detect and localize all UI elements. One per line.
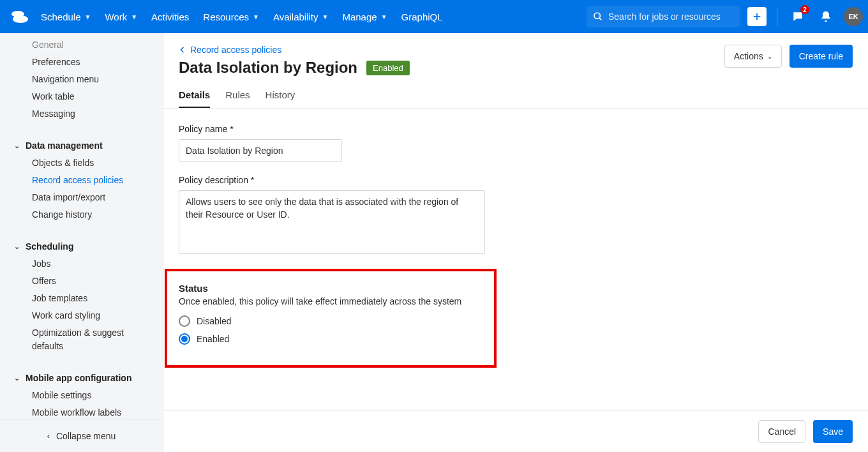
breadcrumb[interactable]: Record access policies [179,45,410,55]
tabs: Details Rules History [163,77,868,109]
chevron-down-icon: ▼ [381,13,387,20]
sidebar-item-data-import-export[interactable]: Data import/export [0,189,163,206]
tab-history[interactable]: History [266,89,296,108]
nav-item-manage[interactable]: Manage ▼ [342,11,387,22]
topnav-right: 2 EK [587,6,863,27]
nav-item-schedule[interactable]: Schedule ▼ [41,11,91,22]
sidebar-item-change-history[interactable]: Change history [0,206,163,223]
nav-items: Schedule ▼ Work ▼ Activities Resources ▼… [41,11,443,22]
nav-item-work[interactable]: Work ▼ [105,11,137,22]
breadcrumb-label: Record access policies [190,45,281,55]
cancel-button[interactable]: Cancel [758,420,805,443]
radio-label: Enabled [197,334,229,344]
policy-name-input[interactable] [179,139,342,162]
sidebar-item[interactable]: Messaging [0,105,163,123]
bell-icon [819,10,832,23]
create-rule-button[interactable]: Create rule [789,45,853,68]
plus-icon [752,11,762,22]
sidebar-item-work-card-styling[interactable]: Work card styling [0,307,163,324]
radio-icon [179,315,190,327]
sidebar-item[interactable]: Preferences [0,54,163,71]
policy-description-label: Policy description * [179,175,853,185]
topnav: Schedule ▼ Work ▼ Activities Resources ▼… [0,0,868,33]
form-area: Policy name * Policy description * Statu… [163,109,868,411]
chevron-down-icon: ▼ [322,13,329,20]
sidebar-group-mobile-app[interactable]: ⌄ Mobile app configuration [0,366,163,387]
nav-item-availability[interactable]: Availability ▼ [273,11,329,22]
footer-actions: Cancel Save [163,411,868,452]
sidebar-group-title: Scheduling [26,241,73,252]
chat-badge: 2 [800,5,809,14]
status-badge: Enabled [366,61,410,75]
sidebar-item-mobile-settings[interactable]: Mobile settings [0,387,163,404]
save-label: Save [823,426,843,437]
policy-description-input[interactable] [179,190,485,254]
brand-logo-icon [10,10,28,24]
brand-logo[interactable] [8,6,31,27]
create-rule-label: Create rule [799,51,843,61]
status-radio-disabled[interactable]: Disabled [179,315,483,327]
chevron-down-icon: ⌄ [14,142,20,150]
chat-button[interactable]: 2 [788,6,808,27]
tab-rules[interactable]: Rules [225,89,250,108]
divider [777,8,777,26]
chevron-down-icon: ⌄ [14,374,20,382]
nav-label: Availability [273,11,318,22]
tab-details[interactable]: Details [179,89,210,108]
cancel-label: Cancel [768,426,796,437]
sidebar-scroll[interactable]: General Preferences Navigation menu Work… [0,33,163,419]
chevron-down-icon: ⌄ [767,53,772,60]
sidebar-group-title: Mobile app configuration [26,373,131,383]
search-input[interactable] [608,11,733,22]
sidebar-item-optimization[interactable]: Optimization & suggest defaults [0,324,163,355]
nav-label: Work [105,11,127,22]
chevron-down-icon: ▼ [131,13,137,20]
sidebar-item-objects-fields[interactable]: Objects & fields [0,154,163,172]
svg-point-2 [594,13,600,19]
nav-label: Manage [342,11,377,22]
status-hint: Once enabled, this policy will take effe… [179,296,483,306]
search-icon [593,11,603,22]
status-radio-enabled[interactable]: Enabled [179,333,483,345]
nav-label: GraphiQL [401,11,443,22]
actions-dropdown[interactable]: Actions ⌄ [724,45,782,68]
nav-item-graphiql[interactable]: GraphiQL [401,11,443,22]
avatar[interactable]: EK [844,7,863,26]
sidebar-group-scheduling[interactable]: ⌄ Scheduling [0,235,163,255]
svg-line-3 [599,18,601,20]
sidebar-item[interactable]: Navigation menu [0,71,163,88]
status-section: Status Once enabled, this policy will ta… [165,269,497,368]
svg-point-1 [13,15,28,23]
sidebar-item[interactable]: General [0,38,163,54]
chevron-left-icon [179,46,186,54]
sidebar-item[interactable]: Work table [0,88,163,105]
nav-label: Resources [203,11,249,22]
chevron-down-icon: ⌄ [14,243,20,251]
main: Record access policies Data Isolation by… [163,33,868,452]
nav-item-activities[interactable]: Activities [151,11,189,22]
save-button[interactable]: Save [813,420,853,443]
chevron-down-icon: ▼ [253,13,259,20]
search-wrap[interactable] [587,6,740,27]
sidebar-group-title: Data management [26,140,103,151]
notifications-button[interactable] [816,6,836,27]
chevron-left-icon: ‹ [47,431,50,441]
nav-label: Schedule [41,11,81,22]
status-heading: Status [179,283,483,294]
add-button[interactable] [747,7,767,26]
sidebar-item-offers[interactable]: Offers [0,273,163,290]
page-title: Data Isolation by Region [179,59,357,77]
nav-label: Activities [151,11,189,22]
nav-item-resources[interactable]: Resources ▼ [203,11,259,22]
page-header: Record access policies Data Isolation by… [163,33,868,77]
collapse-menu-button[interactable]: ‹ Collapse menu [0,419,163,452]
sidebar-group-data-management[interactable]: ⌄ Data management [0,134,163,154]
sidebar-item-record-access-policies[interactable]: Record access policies [0,172,163,189]
chevron-down-icon: ▼ [85,13,91,20]
sidebar-item-jobs[interactable]: Jobs [0,255,163,273]
sidebar-item-job-templates[interactable]: Job templates [0,290,163,307]
sidebar: General Preferences Navigation menu Work… [0,33,163,452]
radio-label: Disabled [197,316,231,326]
radio-icon [179,333,190,345]
sidebar-item-mobile-workflow-labels[interactable]: Mobile workflow labels [0,404,163,419]
